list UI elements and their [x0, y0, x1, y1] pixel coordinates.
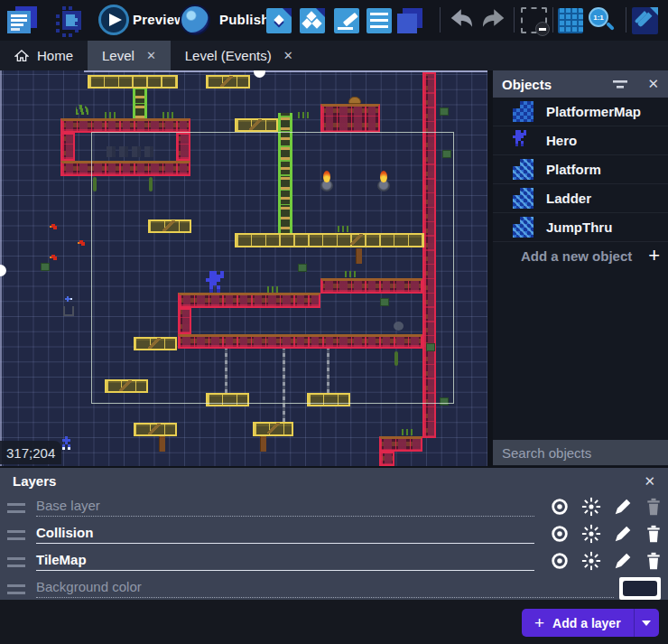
publish-icon[interactable] — [180, 5, 210, 35]
tab-close-icon[interactable]: ✕ — [283, 49, 293, 62]
torch-sprite[interactable] — [377, 172, 390, 191]
publish-label[interactable]: Publish — [219, 12, 270, 27]
greyblob-sprite[interactable] — [394, 322, 404, 331]
effects-icon[interactable] — [581, 551, 601, 571]
tab-close-icon[interactable]: ✕ — [146, 49, 156, 62]
layer-name[interactable]: TileMap — [36, 552, 87, 567]
drag-handle-icon[interactable] — [7, 502, 25, 513]
instance-red-tiles[interactable] — [176, 133, 190, 161]
filter-icon[interactable] — [611, 77, 631, 91]
drag-handle-icon[interactable] — [7, 556, 25, 567]
visibility-icon[interactable] — [550, 497, 570, 517]
undo-icon[interactable] — [449, 8, 476, 33]
add-object-row[interactable]: Add a new object+ — [493, 242, 668, 269]
add-layer-dropdown[interactable] — [634, 609, 659, 637]
layer-actions — [550, 497, 663, 517]
instance-red-tiles[interactable] — [320, 104, 380, 133]
background-color-swatch[interactable] — [619, 577, 661, 600]
object-row-ladder[interactable]: Ladder — [493, 184, 668, 213]
instance-red-tiles[interactable] — [60, 161, 190, 176]
bracket-sprite[interactable] — [63, 306, 74, 316]
layer-row-tilemap[interactable]: TileMap — [0, 548, 668, 575]
delete-layer-icon[interactable] — [645, 551, 663, 571]
preview-label[interactable]: Preview — [133, 12, 185, 27]
instance-red-tiles[interactable] — [60, 133, 75, 161]
instance-yel-tiles[interactable] — [88, 75, 178, 89]
redo-icon[interactable] — [479, 8, 506, 33]
instance-red-tiles[interactable] — [320, 278, 422, 294]
effects-icon[interactable] — [581, 497, 601, 517]
add-object-label: Add a new object — [521, 248, 632, 264]
grid-toggle-icon[interactable] — [558, 8, 583, 33]
object-row-jumpthru[interactable]: JumpThru — [493, 213, 668, 242]
effects-icon[interactable] — [581, 524, 601, 544]
drag-handle-icon[interactable] — [7, 529, 25, 540]
mushroom-sprite[interactable] — [348, 97, 361, 104]
layer-row-collision[interactable]: Collision — [0, 521, 668, 548]
edit-layer-icon[interactable] — [613, 551, 633, 571]
instance-wath-tiles[interactable] — [61, 452, 379, 462]
trunk-sprite[interactable] — [260, 436, 266, 452]
trunk-sprite[interactable] — [159, 436, 165, 452]
instance-red-tiles[interactable] — [178, 334, 422, 349]
instance-yel-tiles[interactable] — [235, 233, 424, 247]
instance-yel-tiles[interactable] — [206, 393, 249, 406]
add-object-icon[interactable] — [266, 8, 292, 33]
instance-lad-tiles[interactable] — [278, 113, 292, 233]
delete-layer-icon[interactable] — [645, 497, 663, 517]
object-row-platform[interactable]: Platform — [493, 155, 668, 184]
tab-level-events[interactable]: Level (Events) ✕ — [171, 41, 308, 70]
preview-icon[interactable] — [98, 5, 129, 35]
layer-name[interactable]: Base layer — [36, 498, 100, 513]
vertical-scrollbar-knob[interactable] — [0, 265, 6, 276]
instance-yel-tiles[interactable] — [307, 393, 350, 406]
instance-watv-tiles[interactable] — [65, 305, 73, 462]
instance-red-tiles[interactable] — [178, 308, 191, 334]
objects-list-icon[interactable] — [300, 8, 325, 33]
layer-row-background-color[interactable]: Background color — [0, 575, 668, 602]
object-row-platformermap[interactable]: PlatformerMap — [493, 98, 668, 126]
edit-layer-icon[interactable] — [613, 497, 633, 517]
object-row-hero[interactable]: Hero — [493, 126, 668, 155]
chain-sprite[interactable] — [283, 349, 285, 422]
delete-layer-icon[interactable] — [645, 524, 663, 544]
edit-layer-icon[interactable] — [613, 524, 633, 544]
torch-sprite[interactable] — [320, 172, 333, 191]
instance-red-tiles[interactable] — [422, 72, 436, 438]
layer-row-base-layer[interactable]: Base layer — [0, 494, 668, 521]
level-canvas[interactable]: 317;204 — [0, 70, 493, 466]
scene-settings-icon[interactable] — [632, 7, 658, 34]
horizontal-scrollbar-knob[interactable] — [254, 70, 265, 78]
edit-scene-icon[interactable] — [334, 8, 359, 33]
instance-red-tiles[interactable] — [178, 293, 320, 308]
plant-sprite[interactable] — [76, 105, 88, 115]
layer-name[interactable]: Background color — [36, 579, 142, 594]
toolbar-separator — [514, 7, 515, 33]
tab-level[interactable]: Level ✕ — [88, 41, 171, 70]
rubble-sprite[interactable] — [107, 146, 157, 157]
instances-list-icon[interactable] — [366, 8, 392, 33]
add-layer-button[interactable]: + Add a layer — [522, 609, 659, 637]
chain-sprite[interactable] — [225, 349, 227, 393]
horizontal-scrollbar[interactable] — [84, 70, 492, 72]
layers-toolbar-icon[interactable] — [397, 8, 422, 33]
trunk-sprite[interactable] — [356, 248, 362, 264]
instance-red-tiles[interactable] — [60, 118, 190, 133]
instance-red-tiles[interactable] — [379, 436, 422, 452]
visibility-icon[interactable] — [550, 551, 570, 571]
drag-handle-icon[interactable] — [7, 583, 25, 594]
instance-red-tiles[interactable] — [379, 452, 394, 466]
chain-sprite[interactable] — [327, 349, 329, 393]
debugger-icon[interactable] — [56, 6, 87, 34]
search-input[interactable] — [502, 445, 668, 461]
add-layer-main[interactable]: + Add a layer — [522, 609, 634, 637]
project-manager-icon[interactable] — [7, 6, 38, 34]
close-icon[interactable]: ✕ — [644, 473, 655, 490]
visibility-icon[interactable] — [550, 524, 570, 544]
layer-name[interactable]: Collision — [36, 525, 93, 540]
tab-home[interactable]: Home — [0, 41, 88, 70]
close-icon[interactable]: ✕ — [647, 76, 659, 92]
clear-selection-icon[interactable] — [521, 7, 547, 33]
plus-icon[interactable]: + — [648, 244, 660, 267]
zoom-1-1-icon[interactable]: 1:1 — [589, 7, 616, 34]
